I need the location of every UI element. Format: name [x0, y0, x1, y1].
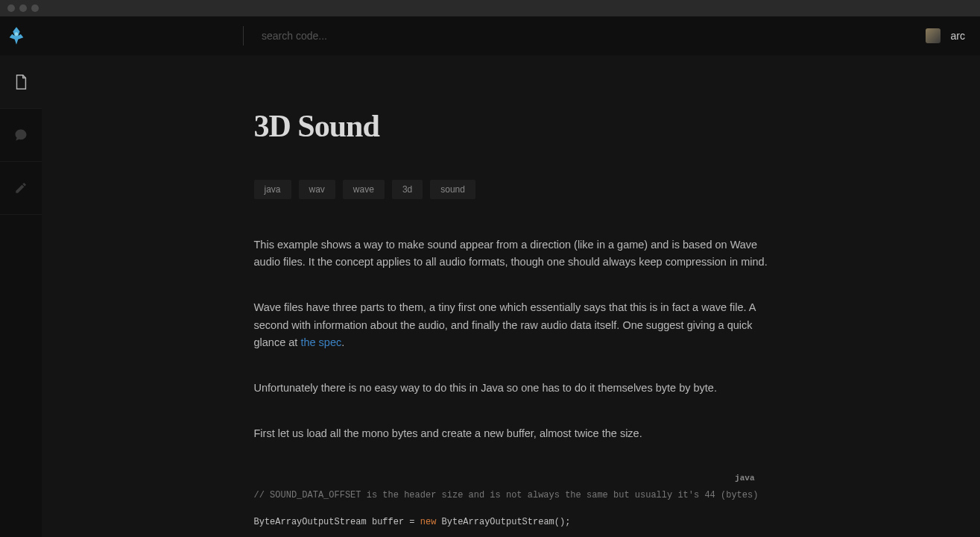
tag-list: java wav wave 3d sound: [254, 180, 768, 199]
user-menu[interactable]: arc: [926, 28, 965, 43]
search-divider: [243, 26, 244, 45]
document-icon: [13, 74, 28, 90]
paragraph: This example shows a way to make sound a…: [254, 236, 768, 271]
main-layout: 3D Sound java wav wave 3d sound This exa…: [0, 56, 980, 537]
app-logo-icon[interactable]: [6, 25, 27, 46]
paragraph: Unfortunately there is no easy way to do…: [254, 380, 768, 397]
paragraph: Wave files have three parts to them, a t…: [254, 299, 768, 351]
sidebar-divider: [0, 214, 42, 215]
search-input[interactable]: [262, 30, 560, 42]
code-comment: // SOUND_DATA_OFFSET is the header size …: [254, 490, 759, 500]
svg-point-0: [15, 32, 19, 36]
sidebar-item-document[interactable]: [0, 56, 42, 108]
window-titlebar: [0, 0, 980, 16]
sidebar-item-chat[interactable]: [0, 109, 42, 161]
text: .: [341, 336, 344, 348]
tag[interactable]: sound: [430, 180, 475, 199]
tag[interactable]: java: [254, 180, 291, 199]
tag[interactable]: 3d: [392, 180, 423, 199]
code-text: ByteArrayOutputStream buffer =: [254, 517, 420, 527]
tag[interactable]: wav: [299, 180, 335, 199]
sidebar-item-edit[interactable]: [0, 162, 42, 214]
header-bar: arc: [0, 16, 980, 56]
sidebar: [0, 56, 42, 537]
content-area[interactable]: 3D Sound java wav wave 3d sound This exa…: [42, 56, 980, 537]
window-minimize-dot[interactable]: [19, 4, 27, 12]
code-block: java // SOUND_DATA_OFFSET is the header …: [254, 471, 768, 537]
window-maximize-dot[interactable]: [31, 4, 39, 12]
avatar: [926, 28, 941, 43]
username-label: arc: [951, 30, 965, 42]
code-keyword: new: [420, 517, 437, 527]
pencil-icon: [14, 181, 28, 195]
code-content: // SOUND_DATA_OFFSET is the header size …: [254, 471, 768, 537]
article: 3D Sound java wav wave 3d sound This exa…: [247, 108, 776, 537]
window-close-dot[interactable]: [7, 4, 15, 12]
chat-icon: [13, 128, 28, 142]
code-language-badge: java: [735, 474, 754, 483]
spec-link[interactable]: the spec: [300, 336, 341, 348]
search-wrapper: [243, 26, 926, 45]
tag[interactable]: wave: [343, 180, 385, 199]
code-text: ByteArrayOutputStream();: [436, 517, 570, 527]
paragraph: First let us load all the mono bytes and…: [254, 425, 768, 442]
page-title: 3D Sound: [254, 108, 768, 144]
